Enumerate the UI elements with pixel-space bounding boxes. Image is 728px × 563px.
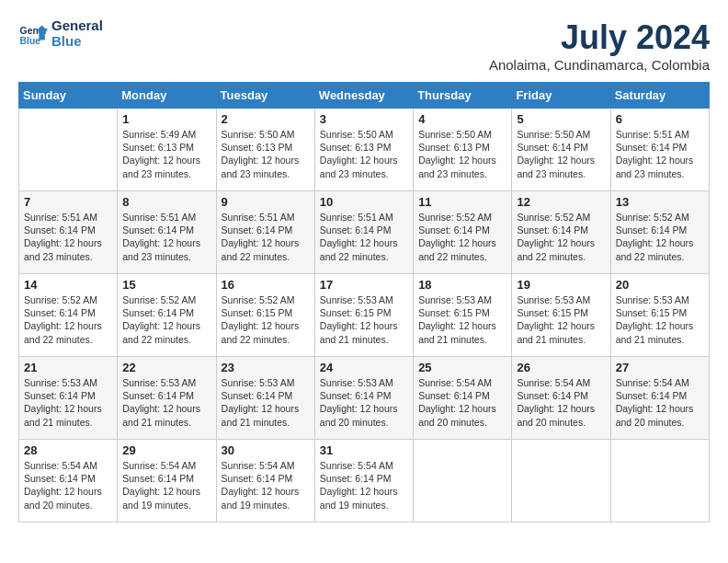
day-info: Sunrise: 5:53 AMSunset: 6:14 PMDaylight:… <box>24 376 112 429</box>
day-info: Sunrise: 5:49 AMSunset: 6:13 PMDaylight:… <box>122 128 210 180</box>
day-info: Sunrise: 5:51 AMSunset: 6:14 PMDaylight:… <box>24 211 112 263</box>
calendar-cell: 7Sunrise: 5:51 AMSunset: 6:14 PMDaylight… <box>19 191 118 274</box>
day-number: 13 <box>616 195 704 209</box>
calendar-cell: 19Sunrise: 5:53 AMSunset: 6:15 PMDayligh… <box>512 274 610 357</box>
day-info: Sunrise: 5:54 AMSunset: 6:14 PMDaylight:… <box>222 459 310 511</box>
calendar-cell: 2Sunrise: 5:50 AMSunset: 6:13 PMDaylight… <box>216 109 314 191</box>
calendar-cell: 20Sunrise: 5:53 AMSunset: 6:15 PMDayligh… <box>610 274 709 357</box>
day-info: Sunrise: 5:54 AMSunset: 6:14 PMDaylight:… <box>616 376 704 429</box>
header-wednesday: Wednesday <box>314 83 413 109</box>
calendar-cell: 6Sunrise: 5:51 AMSunset: 6:14 PMDaylight… <box>610 109 709 191</box>
calendar-cell: 3Sunrise: 5:50 AMSunset: 6:13 PMDaylight… <box>314 109 413 191</box>
day-number: 5 <box>517 112 605 126</box>
calendar-cell: 26Sunrise: 5:54 AMSunset: 6:14 PMDayligh… <box>512 357 610 440</box>
day-info: Sunrise: 5:53 AMSunset: 6:15 PMDaylight:… <box>616 293 704 346</box>
calendar-table: SundayMondayTuesdayWednesdayThursdayFrid… <box>18 82 710 523</box>
calendar-week-1: 1Sunrise: 5:49 AMSunset: 6:13 PMDaylight… <box>19 109 710 191</box>
day-number: 2 <box>222 112 310 126</box>
header-saturday: Saturday <box>610 83 709 109</box>
header: General Blue General Blue July 2024 Anol… <box>18 18 710 73</box>
day-info: Sunrise: 5:51 AMSunset: 6:14 PMDaylight:… <box>122 211 210 263</box>
day-info: Sunrise: 5:51 AMSunset: 6:14 PMDaylight:… <box>616 128 704 180</box>
day-info: Sunrise: 5:52 AMSunset: 6:14 PMDaylight:… <box>24 293 112 346</box>
day-info: Sunrise: 5:53 AMSunset: 6:14 PMDaylight:… <box>222 376 310 429</box>
day-number: 18 <box>418 278 506 292</box>
calendar-cell: 5Sunrise: 5:50 AMSunset: 6:14 PMDaylight… <box>512 109 610 191</box>
day-number: 16 <box>222 278 310 292</box>
header-thursday: Thursday <box>414 83 512 109</box>
calendar-week-4: 21Sunrise: 5:53 AMSunset: 6:14 PMDayligh… <box>19 357 710 440</box>
calendar-cell <box>610 440 709 523</box>
day-info: Sunrise: 5:54 AMSunset: 6:14 PMDaylight:… <box>418 376 506 429</box>
day-number: 7 <box>24 195 112 209</box>
calendar-cell: 14Sunrise: 5:52 AMSunset: 6:14 PMDayligh… <box>19 274 118 357</box>
calendar-cell: 12Sunrise: 5:52 AMSunset: 6:14 PMDayligh… <box>512 191 610 274</box>
day-info: Sunrise: 5:53 AMSunset: 6:15 PMDaylight:… <box>517 293 605 346</box>
day-info: Sunrise: 5:51 AMSunset: 6:14 PMDaylight:… <box>222 211 310 263</box>
day-info: Sunrise: 5:50 AMSunset: 6:13 PMDaylight:… <box>320 128 408 180</box>
day-info: Sunrise: 5:54 AMSunset: 6:14 PMDaylight:… <box>517 376 605 429</box>
header-monday: Monday <box>118 83 216 109</box>
day-number: 19 <box>517 278 605 292</box>
day-number: 8 <box>122 195 210 209</box>
day-number: 27 <box>616 361 704 374</box>
header-friday: Friday <box>512 83 610 109</box>
day-info: Sunrise: 5:53 AMSunset: 6:14 PMDaylight:… <box>320 376 408 429</box>
day-info: Sunrise: 5:53 AMSunset: 6:15 PMDaylight:… <box>320 293 408 346</box>
calendar-cell: 1Sunrise: 5:49 AMSunset: 6:13 PMDaylight… <box>118 109 216 191</box>
day-number: 12 <box>517 195 605 209</box>
day-number: 28 <box>24 443 112 457</box>
calendar-cell: 29Sunrise: 5:54 AMSunset: 6:14 PMDayligh… <box>118 440 216 523</box>
day-info: Sunrise: 5:52 AMSunset: 6:15 PMDaylight:… <box>222 293 310 346</box>
header-tuesday: Tuesday <box>216 83 314 109</box>
calendar-cell <box>19 109 118 191</box>
day-info: Sunrise: 5:52 AMSunset: 6:14 PMDaylight:… <box>122 293 210 346</box>
calendar-cell: 27Sunrise: 5:54 AMSunset: 6:14 PMDayligh… <box>610 357 709 440</box>
day-info: Sunrise: 5:50 AMSunset: 6:14 PMDaylight:… <box>517 128 605 180</box>
day-info: Sunrise: 5:54 AMSunset: 6:14 PMDaylight:… <box>122 459 210 511</box>
day-info: Sunrise: 5:50 AMSunset: 6:13 PMDaylight:… <box>418 128 506 180</box>
day-info: Sunrise: 5:53 AMSunset: 6:15 PMDaylight:… <box>418 293 506 346</box>
calendar-cell: 16Sunrise: 5:52 AMSunset: 6:15 PMDayligh… <box>216 274 314 357</box>
day-number: 10 <box>320 195 408 209</box>
day-info: Sunrise: 5:52 AMSunset: 6:14 PMDaylight:… <box>517 211 605 263</box>
day-number: 20 <box>616 278 704 292</box>
day-info: Sunrise: 5:50 AMSunset: 6:13 PMDaylight:… <box>222 128 310 180</box>
day-info: Sunrise: 5:52 AMSunset: 6:14 PMDaylight:… <box>418 211 506 263</box>
calendar-week-3: 14Sunrise: 5:52 AMSunset: 6:14 PMDayligh… <box>19 274 710 357</box>
calendar-cell: 17Sunrise: 5:53 AMSunset: 6:15 PMDayligh… <box>314 274 413 357</box>
day-number: 1 <box>122 112 210 126</box>
logo-general: General <box>51 18 103 34</box>
calendar-cell: 30Sunrise: 5:54 AMSunset: 6:14 PMDayligh… <box>216 440 314 523</box>
day-number: 25 <box>418 361 506 374</box>
calendar-cell: 11Sunrise: 5:52 AMSunset: 6:14 PMDayligh… <box>414 191 512 274</box>
day-number: 4 <box>418 112 506 126</box>
calendar-cell: 18Sunrise: 5:53 AMSunset: 6:15 PMDayligh… <box>414 274 512 357</box>
month-title: July 2024 <box>489 18 710 57</box>
day-number: 14 <box>24 278 112 292</box>
calendar-week-5: 28Sunrise: 5:54 AMSunset: 6:14 PMDayligh… <box>19 440 710 523</box>
calendar-cell <box>512 440 610 523</box>
day-info: Sunrise: 5:53 AMSunset: 6:14 PMDaylight:… <box>122 376 210 429</box>
day-number: 22 <box>122 361 210 374</box>
logo-blue: Blue <box>51 34 103 50</box>
calendar-week-2: 7Sunrise: 5:51 AMSunset: 6:14 PMDaylight… <box>19 191 710 274</box>
calendar-cell: 31Sunrise: 5:54 AMSunset: 6:14 PMDayligh… <box>314 440 413 523</box>
day-number: 6 <box>616 112 704 126</box>
day-info: Sunrise: 5:51 AMSunset: 6:14 PMDaylight:… <box>320 211 408 263</box>
day-number: 30 <box>222 443 310 457</box>
calendar-cell: 8Sunrise: 5:51 AMSunset: 6:14 PMDaylight… <box>118 191 216 274</box>
day-number: 29 <box>122 443 210 457</box>
calendar-cell: 28Sunrise: 5:54 AMSunset: 6:14 PMDayligh… <box>19 440 118 523</box>
day-number: 21 <box>24 361 112 374</box>
calendar-cell: 4Sunrise: 5:50 AMSunset: 6:13 PMDaylight… <box>414 109 512 191</box>
logo-icon: General Blue <box>18 19 48 49</box>
logo: General Blue General Blue <box>18 18 103 49</box>
calendar-cell: 22Sunrise: 5:53 AMSunset: 6:14 PMDayligh… <box>118 357 216 440</box>
svg-text:Blue: Blue <box>20 36 41 46</box>
day-number: 9 <box>222 195 310 209</box>
calendar-cell: 21Sunrise: 5:53 AMSunset: 6:14 PMDayligh… <box>19 357 118 440</box>
calendar-cell: 13Sunrise: 5:52 AMSunset: 6:14 PMDayligh… <box>610 191 709 274</box>
calendar-cell <box>414 440 512 523</box>
location-title: Anolaima, Cundinamarca, Colombia <box>489 57 710 73</box>
